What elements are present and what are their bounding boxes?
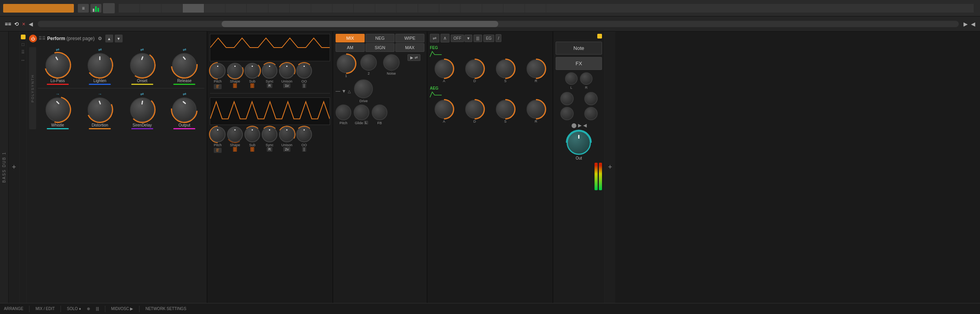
mix-osc2-knob[interactable] bbox=[360, 54, 377, 71]
wipe-btn[interactable]: WIPE bbox=[395, 34, 424, 42]
mix-btn[interactable]: MIX bbox=[336, 34, 365, 42]
note-btn[interactable]: Note bbox=[556, 42, 602, 55]
osc2-oo-knob[interactable] bbox=[296, 127, 312, 142]
feg-d-knob[interactable] bbox=[465, 59, 484, 78]
preset-down-btn[interactable]: ▼ bbox=[115, 35, 123, 42]
loop-btn[interactable]: ⟲ bbox=[14, 21, 19, 27]
add-channel-btn-right[interactable]: + bbox=[606, 163, 615, 171]
r-knob[interactable] bbox=[580, 72, 593, 85]
osc2-pitch-knob[interactable] bbox=[210, 127, 226, 142]
osc1-unison-knob[interactable] bbox=[279, 63, 295, 79]
lighten-knob[interactable] bbox=[88, 53, 112, 77]
eg-btn[interactable]: EG bbox=[483, 35, 494, 42]
lopass-knob[interactable] bbox=[46, 53, 70, 77]
scrollbar-track[interactable] bbox=[38, 21, 959, 27]
osc1-pitch-knob[interactable] bbox=[210, 63, 226, 79]
arrow-left-btn[interactable]: ◀ bbox=[29, 21, 33, 27]
onset-knob[interactable] bbox=[130, 53, 154, 77]
aeg-a-knob[interactable] bbox=[435, 100, 453, 119]
dots-btn[interactable]: ⠿ bbox=[21, 50, 25, 55]
close-btn[interactable]: × bbox=[22, 21, 25, 27]
route-left-btn[interactable]: ▶ ⇌ bbox=[407, 54, 420, 61]
bottom-midi-btn[interactable]: MIDI/OSC ▶ bbox=[111, 307, 133, 311]
fx-btn[interactable]: FX bbox=[556, 57, 602, 70]
out-knob[interactable] bbox=[567, 130, 591, 155]
feg-a-knob[interactable] bbox=[435, 59, 453, 78]
osc1-sub-value[interactable]: | bbox=[250, 83, 254, 88]
l-knob[interactable] bbox=[565, 72, 578, 85]
minus-btn[interactable]: — ▼ bbox=[336, 88, 346, 94]
osc2-unison-knob[interactable] bbox=[279, 127, 295, 142]
preset-settings-btn[interactable]: ⚙ bbox=[96, 35, 104, 42]
whistle-knob[interactable] bbox=[46, 97, 70, 122]
rk2-knob[interactable] bbox=[584, 92, 598, 105]
osc1-sub-knob[interactable] bbox=[244, 63, 260, 79]
bars-btn[interactable]: ||| bbox=[473, 35, 482, 42]
osc2-shape-knob[interactable] bbox=[227, 127, 243, 142]
off-dropdown-arrow[interactable]: ▼ bbox=[464, 35, 472, 42]
bottom-grid-btn[interactable]: ||| bbox=[96, 307, 99, 311]
rk4-knob[interactable] bbox=[584, 107, 598, 120]
feg-s-knob[interactable] bbox=[496, 59, 515, 78]
level-bars-btn[interactable] bbox=[90, 4, 101, 13]
aeg-r-knob[interactable] bbox=[527, 100, 545, 119]
slash-btn[interactable]: / bbox=[496, 34, 501, 42]
hamburger-menu-btn[interactable]: ≡ bbox=[78, 4, 89, 13]
feg-r-knob[interactable] bbox=[527, 59, 545, 78]
bottom-mix-btn[interactable]: MIX / EDIT bbox=[35, 307, 55, 311]
aeg-s-knob[interactable] bbox=[496, 100, 515, 119]
osc1-shape-value[interactable]: | bbox=[233, 83, 237, 88]
osc2-unison-value[interactable]: 2v bbox=[283, 147, 290, 152]
osc2-sub-value[interactable]: | bbox=[250, 147, 254, 152]
osc2-sub-knob[interactable] bbox=[244, 127, 260, 142]
bottom-arrange-btn[interactable]: ARRANGE bbox=[4, 307, 23, 311]
rk1-knob[interactable] bbox=[560, 92, 574, 105]
osc1-oo-knob[interactable] bbox=[296, 63, 312, 79]
glide-knob[interactable] bbox=[354, 105, 369, 120]
bottom-add-btn[interactable]: ⊕ bbox=[87, 307, 90, 311]
off-btn[interactable]: OFF bbox=[451, 35, 464, 42]
osc2-pitch-value[interactable]: 8' bbox=[214, 148, 221, 153]
osc1-sync-knob[interactable] bbox=[262, 63, 277, 79]
release-knob[interactable] bbox=[172, 53, 196, 77]
fb-knob[interactable] bbox=[372, 105, 387, 120]
arrow-left2-btn[interactable]: ◀ bbox=[971, 21, 975, 27]
neg-btn[interactable]: NEG bbox=[365, 34, 395, 42]
osc2-shape-value[interactable]: | bbox=[233, 147, 237, 152]
transport-play-btn[interactable]: ▶ bbox=[578, 123, 582, 128]
transport-start-btn[interactable]: ⬤ bbox=[571, 123, 576, 128]
mix-osc1-knob[interactable] bbox=[337, 54, 356, 73]
arrows-btn[interactable]: ↔ bbox=[21, 57, 26, 63]
route-tri-btn[interactable]: ∧ bbox=[440, 34, 450, 42]
max-btn[interactable]: MAX bbox=[395, 43, 424, 52]
osc1-pitch-value[interactable]: 8' bbox=[214, 84, 221, 89]
add-channel-btn-left[interactable]: + bbox=[9, 163, 19, 171]
transport-vol-btn[interactable]: ◀ bbox=[583, 123, 587, 128]
osc2-oo-value[interactable]: | bbox=[302, 147, 306, 152]
glide-l-btn[interactable]: L bbox=[364, 121, 368, 125]
osc1-sync-value[interactable]: R bbox=[267, 83, 273, 88]
osc1-shape-knob[interactable] bbox=[227, 63, 243, 79]
grid-btn[interactable]: ≡≡ bbox=[5, 21, 11, 27]
route-loop-btn[interactable]: ⇌ bbox=[430, 34, 439, 42]
arrow-right-btn[interactable]: ▶ bbox=[963, 21, 968, 27]
osc2-sync-value[interactable]: R bbox=[267, 147, 273, 152]
output-knob[interactable] bbox=[172, 97, 196, 122]
drive-knob[interactable] bbox=[354, 79, 373, 98]
aeg-d-knob[interactable] bbox=[465, 100, 484, 119]
rk3-knob[interactable] bbox=[560, 107, 574, 120]
sign-btn[interactable]: SIGN bbox=[365, 43, 395, 52]
osc2-sync-knob[interactable] bbox=[262, 127, 277, 142]
preset-up-btn[interactable]: ▲ bbox=[105, 35, 113, 42]
sirendelay-knob[interactable] bbox=[130, 97, 154, 122]
mix-noise-knob[interactable] bbox=[383, 54, 400, 71]
osc1-oo-value[interactable]: | bbox=[302, 83, 306, 88]
collapse-btn[interactable]: □ bbox=[22, 42, 24, 47]
pitch2-knob[interactable] bbox=[336, 105, 351, 120]
am-btn[interactable]: AM bbox=[336, 43, 365, 52]
bottom-solo-btn[interactable]: SOLO ♦ bbox=[67, 307, 81, 311]
power-button[interactable]: ⏻ bbox=[29, 35, 37, 42]
distortion-knob[interactable] bbox=[88, 97, 112, 122]
osc1-unison-value[interactable]: 1v bbox=[283, 83, 290, 88]
bottom-network-btn[interactable]: NETWORK SETTINGS bbox=[145, 307, 186, 311]
